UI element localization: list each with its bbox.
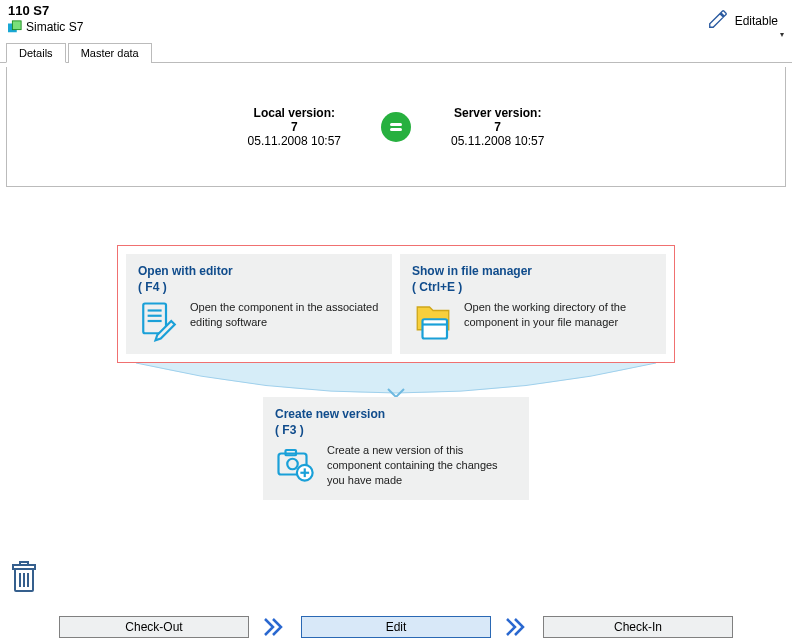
tab-master-data[interactable]: Master data xyxy=(68,43,152,63)
svg-rect-2 xyxy=(390,123,402,126)
card-open-editor-shortcut: ( F4 ) xyxy=(138,280,380,294)
card-create-version-title: Create new version xyxy=(275,407,517,421)
server-version-time: 05.11.2008 10:57 xyxy=(451,134,544,148)
card-show-fm-shortcut: ( Ctrl+E ) xyxy=(412,280,654,294)
checkin-button[interactable]: Check-In xyxy=(543,616,733,638)
card-open-editor-body: Open the component in the associated edi… xyxy=(138,300,380,342)
chevron-right-icon xyxy=(503,617,531,637)
tabstrip: Details Master data xyxy=(0,42,792,63)
card-create-version-shortcut: ( F3 ) xyxy=(275,423,517,437)
svg-rect-3 xyxy=(390,128,402,131)
highlighted-actions-row: Open with editor ( F4 ) Open the compone… xyxy=(117,245,675,363)
plc-icon xyxy=(8,20,22,34)
editable-label: Editable xyxy=(735,14,778,28)
trash-icon xyxy=(10,561,38,593)
workflow-footer: Check-Out Edit Check-In xyxy=(0,616,792,638)
folder-window-icon xyxy=(412,300,454,342)
local-version-time: 05.11.2008 10:57 xyxy=(248,134,341,148)
equal-icon xyxy=(381,112,411,142)
chevron-right-icon xyxy=(261,617,289,637)
card-show-fm-desc: Open the working directory of the compon… xyxy=(464,300,654,330)
version-compare-panel: Local version: 7 05.11.2008 10:57 Server… xyxy=(6,67,786,187)
local-version-block: Local version: 7 05.11.2008 10:57 xyxy=(248,106,341,148)
server-version-number: 7 xyxy=(451,120,544,134)
svg-rect-8 xyxy=(423,319,448,338)
card-create-version-desc: Create a new version of this component c… xyxy=(327,443,517,488)
component-type-row: Simatic S7 xyxy=(8,20,784,34)
checkout-button[interactable]: Check-Out xyxy=(59,616,249,638)
card-show-file-manager[interactable]: Show in file manager ( Ctrl+E ) Open the… xyxy=(400,254,666,354)
flow-connector xyxy=(116,363,676,397)
card-open-editor-desc: Open the component in the associated edi… xyxy=(190,300,380,330)
server-version-block: Server version: 7 05.11.2008 10:57 xyxy=(451,106,544,148)
camera-plus-icon xyxy=(275,443,317,485)
card-show-fm-body: Open the working directory of the compon… xyxy=(412,300,654,342)
tab-details[interactable]: Details xyxy=(6,43,66,63)
local-version-number: 7 xyxy=(248,120,341,134)
card-open-editor[interactable]: Open with editor ( F4 ) Open the compone… xyxy=(126,254,392,354)
server-version-label: Server version: xyxy=(451,106,544,120)
actions-area: Open with editor ( F4 ) Open the compone… xyxy=(0,245,792,500)
card-create-version[interactable]: Create new version ( F3 ) Create a new v… xyxy=(263,397,529,500)
editable-dropdown[interactable]: Editable ▾ xyxy=(701,6,784,35)
card-create-version-body: Create a new version of this component c… xyxy=(275,443,517,488)
svg-rect-21 xyxy=(20,562,28,565)
component-type-label: Simatic S7 xyxy=(26,20,83,34)
delete-button[interactable] xyxy=(10,561,38,596)
svg-rect-1 xyxy=(12,21,21,30)
pencil-icon xyxy=(707,8,729,33)
local-version-label: Local version: xyxy=(248,106,341,120)
card-show-fm-title: Show in file manager xyxy=(412,264,654,278)
header: 110 S7 Simatic S7 Editable ▾ xyxy=(0,0,792,40)
chevron-down-icon: ▾ xyxy=(780,30,784,39)
card-open-editor-title: Open with editor xyxy=(138,264,380,278)
page-title: 110 S7 xyxy=(8,3,784,18)
svg-point-12 xyxy=(287,459,298,470)
document-edit-icon xyxy=(138,300,180,342)
edit-button[interactable]: Edit xyxy=(301,616,491,638)
